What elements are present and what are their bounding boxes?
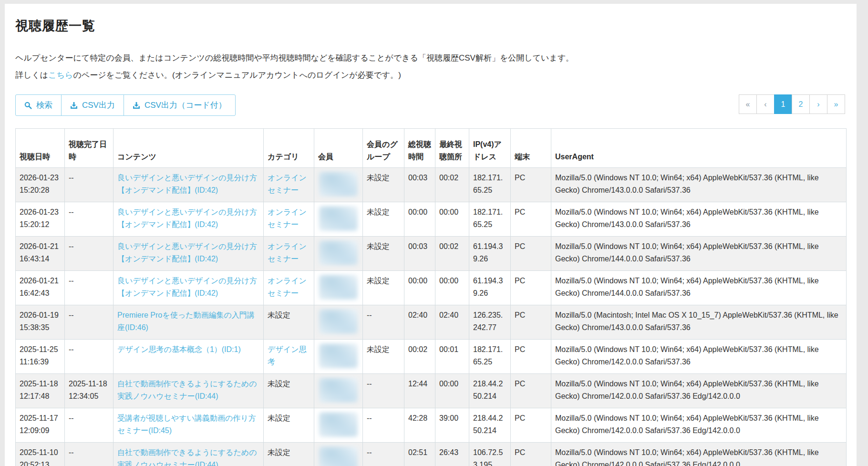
member-name-redacted xyxy=(319,446,358,466)
content-link[interactable]: 良いデザインと悪いデザインの見分け方【オンデマンド配信】(ID:42) xyxy=(117,208,257,228)
cell-content: 受講者が視聴しやすい講義動画の作り方セミナー(ID:45) xyxy=(114,408,264,443)
cell-total-time: 00:00 xyxy=(404,271,435,305)
category-link[interactable]: オンラインセミナー xyxy=(268,277,307,297)
cell-watched-at: 2025-11-10 20:52:13 xyxy=(16,443,65,466)
cell-category: デザイン思考 xyxy=(264,340,314,374)
cell-total-time: 00:03 xyxy=(404,168,435,202)
cell-category: 未設定 xyxy=(264,408,314,443)
cell-user-agent: Mozilla/5.0 (Windows NT 10.0; Win64; x64… xyxy=(551,168,847,202)
content-card: 視聴履歴一覧 ヘルプセンターにて特定の会員、またはコンテンツの総視聴時間や平均視… xyxy=(5,4,857,466)
content-link[interactable]: 自社で動画制作できるようにするための実践ノウハウセミナー(ID:44) xyxy=(117,448,257,466)
cell-completed-at: -- xyxy=(65,305,114,340)
cell-category: オンラインセミナー xyxy=(264,271,314,305)
cell-last-position: 00:02 xyxy=(435,237,469,271)
history-table-body: 2026-01-23 15:20:28--良いデザインと悪いデザインの見分け方【… xyxy=(16,168,847,466)
cell-category: 未設定 xyxy=(264,305,314,340)
pagination-page-1[interactable]: 1 xyxy=(774,94,792,114)
member-name-redacted xyxy=(319,172,358,197)
cell-ip-address: 218.44.250.214 xyxy=(469,408,511,443)
kochira-link[interactable]: こちら xyxy=(48,71,73,80)
cell-member xyxy=(314,237,363,271)
pagination-next-button[interactable]: › xyxy=(809,94,827,114)
category-link[interactable]: デザイン思考 xyxy=(268,345,307,366)
cell-member-group: 未設定 xyxy=(363,340,404,374)
cell-total-time: 02:51 xyxy=(404,443,435,466)
cell-user-agent: Mozilla/5.0 (Windows NT 10.0; Win64; x64… xyxy=(551,340,847,374)
cell-watched-at: 2025-11-17 12:09:09 xyxy=(16,408,65,443)
cell-watched-at: 2025-11-25 11:16:39 xyxy=(16,340,65,374)
member-name-redacted xyxy=(319,240,358,265)
search-button-label: 検索 xyxy=(36,100,52,111)
table-row: 2026-01-19 15:38:35--Premiere Proを使った動画編… xyxy=(16,305,847,340)
table-row: 2026-01-21 16:43:14--良いデザインと悪いデザインの見分け方【… xyxy=(16,237,847,271)
pagination-first-button[interactable]: « xyxy=(739,94,757,114)
cell-user-agent: Mozilla/5.0 (Windows NT 10.0; Win64; x64… xyxy=(551,443,847,466)
cell-device: PC xyxy=(511,443,551,466)
cell-member-group: -- xyxy=(363,374,404,408)
content-link[interactable]: 良いデザインと悪いデザインの見分け方【オンデマンド配信】(ID:42) xyxy=(117,277,257,297)
column-header-5: 会員 xyxy=(314,129,363,168)
cell-member-group: 未設定 xyxy=(363,168,404,202)
csv-export-button[interactable]: CSV出力 xyxy=(61,94,124,116)
cell-device: PC xyxy=(511,168,551,202)
cell-watched-at: 2025-11-18 12:17:48 xyxy=(16,374,65,408)
cell-ip-address: 218.44.250.214 xyxy=(469,374,511,408)
viewing-history-table: 視聴日時視聴完了日時コンテンツカテゴリ会員会員のグループ総視聴時間最終視聴箇所I… xyxy=(15,128,847,466)
cell-content: 良いデザインと悪いデザインの見分け方【オンデマンド配信】(ID:42) xyxy=(114,168,264,202)
column-header-10: 端末 xyxy=(511,129,551,168)
member-name-redacted xyxy=(319,343,358,368)
table-row: 2026-01-23 15:20:12--良いデザインと悪いデザインの見分け方【… xyxy=(16,202,847,237)
cell-user-agent: Mozilla/5.0 (Windows NT 10.0; Win64; x64… xyxy=(551,237,847,271)
cell-member xyxy=(314,374,363,408)
category-link[interactable]: オンラインセミナー xyxy=(268,174,307,194)
toolbar-row: 検索 CSV出力 CSV出力（コード付） xyxy=(15,94,846,116)
column-header-4: カテゴリ xyxy=(264,129,314,168)
cell-ip-address: 106.72.53.195 xyxy=(469,443,511,466)
table-row: 2025-11-10 20:52:13--自社で動画制作できるようにするための実… xyxy=(16,443,847,466)
csv-export-coded-button-label: CSV出力（コード付） xyxy=(145,100,227,111)
category-link[interactable]: オンラインセミナー xyxy=(268,242,307,263)
cell-member xyxy=(314,271,363,305)
category-link[interactable]: オンラインセミナー xyxy=(268,208,307,228)
cell-completed-at: 2025-11-18 12:34:05 xyxy=(65,374,114,408)
table-row: 2025-11-18 12:17:482025-11-18 12:34:05自社… xyxy=(16,374,847,408)
cell-completed-at: -- xyxy=(65,237,114,271)
cell-device: PC xyxy=(511,408,551,443)
csv-export-coded-button[interactable]: CSV出力（コード付） xyxy=(124,94,236,116)
cell-category: オンラインセミナー xyxy=(264,237,314,271)
cell-member xyxy=(314,305,363,340)
cell-watched-at: 2026-01-19 15:38:35 xyxy=(16,305,65,340)
pagination-prev-button[interactable]: ‹ xyxy=(756,94,775,114)
cell-user-agent: Mozilla/5.0 (Windows NT 10.0; Win64; x64… xyxy=(551,374,847,408)
cell-user-agent: Mozilla/5.0 (Macintosh; Intel Mac OS X 1… xyxy=(551,305,847,340)
pagination-last-button[interactable]: » xyxy=(827,94,845,114)
cell-member-group: 未設定 xyxy=(363,202,404,237)
member-name-redacted xyxy=(319,412,358,437)
content-link[interactable]: 受講者が視聴しやすい講義動画の作り方セミナー(ID:45) xyxy=(117,414,256,435)
description-line-2: 詳しくはこちらのページをご覧ください。(オンラインマニュアルアカウントへのログイ… xyxy=(15,67,845,84)
cell-content: 良いデザインと悪いデザインの見分け方【オンデマンド配信】(ID:42) xyxy=(114,271,264,305)
content-link[interactable]: デザイン思考の基本概念（1）(ID:1) xyxy=(117,345,241,353)
cell-completed-at: -- xyxy=(65,408,114,443)
cell-completed-at: -- xyxy=(65,443,114,466)
content-link[interactable]: Premiere Proを使った動画編集の入門講座(ID:46) xyxy=(117,311,255,331)
content-link[interactable]: 良いデザインと悪いデザインの見分け方【オンデマンド配信】(ID:42) xyxy=(117,174,257,194)
cell-total-time: 42:28 xyxy=(404,408,435,443)
cell-content: 自社で動画制作できるようにするための実践ノウハウセミナー(ID:44) xyxy=(114,443,264,466)
content-link[interactable]: 良いデザインと悪いデザインの見分け方【オンデマンド配信】(ID:42) xyxy=(117,242,257,263)
cell-total-time: 00:02 xyxy=(404,340,435,374)
content-link[interactable]: 自社で動画制作できるようにするための実践ノウハウセミナー(ID:44) xyxy=(117,380,257,400)
cell-ip-address: 182.171.65.25 xyxy=(469,168,511,202)
table-row: 2025-11-17 12:09:09--受講者が視聴しやすい講義動画の作り方セ… xyxy=(16,408,847,443)
cell-last-position: 00:00 xyxy=(435,202,469,237)
column-header-3: コンテンツ xyxy=(114,129,264,168)
cell-last-position: 26:43 xyxy=(435,443,469,466)
search-button[interactable]: 検索 xyxy=(15,94,62,116)
cell-ip-address: 182.171.65.25 xyxy=(469,202,511,237)
pagination-page-2[interactable]: 2 xyxy=(792,94,810,114)
table-row: 2025-11-25 11:16:39--デザイン思考の基本概念（1）(ID:1… xyxy=(16,340,847,374)
column-header-11: UserAgent xyxy=(551,129,847,168)
cell-member-group: -- xyxy=(363,305,404,340)
cell-watched-at: 2026-01-21 16:42:43 xyxy=(16,271,65,305)
column-header-6: 会員のグループ xyxy=(363,129,404,168)
